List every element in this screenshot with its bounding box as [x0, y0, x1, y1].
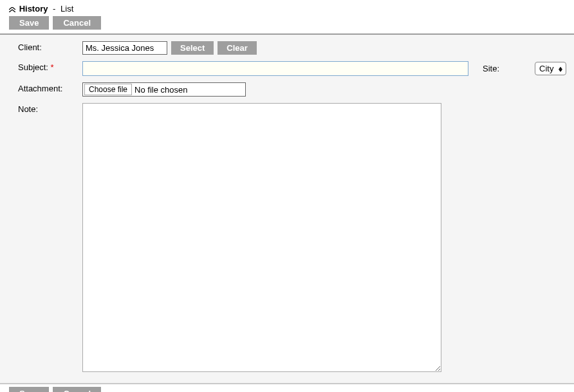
file-status-text: No file chosen: [134, 85, 187, 95]
required-mark: *: [51, 62, 54, 72]
client-label: Client:: [8, 41, 79, 52]
clear-button[interactable]: Clear: [218, 41, 257, 55]
site-select-wrap: City: [535, 62, 566, 75]
subject-label-text: Subject:: [18, 62, 48, 72]
site-select[interactable]: City: [535, 62, 566, 75]
form-area: Client: Select Clear Subject: * Site: Ci…: [0, 35, 574, 383]
note-textarea[interactable]: [82, 103, 441, 372]
breadcrumb-separator: -: [53, 4, 55, 14]
bottom-toolbar: Save Cancel: [0, 384, 574, 392]
save-button-bottom[interactable]: Save: [9, 387, 49, 392]
attachment-row: Choose file No file chosen: [82, 82, 566, 97]
subject-label: Subject: *: [8, 61, 79, 72]
cancel-button[interactable]: Cancel: [53, 16, 101, 30]
note-row: [82, 103, 566, 374]
note-label: Note:: [8, 103, 79, 114]
cancel-button-bottom[interactable]: Cancel: [53, 387, 101, 392]
save-button[interactable]: Save: [9, 16, 49, 30]
breadcrumb: History - List: [0, 0, 574, 16]
client-row: Select Clear: [82, 41, 566, 55]
site-label: Site:: [483, 64, 499, 73]
file-input[interactable]: Choose file No file chosen: [82, 82, 246, 97]
select-button[interactable]: Select: [171, 41, 214, 55]
subject-input[interactable]: [82, 61, 468, 76]
breadcrumb-list[interactable]: List: [60, 4, 73, 14]
breadcrumb-history[interactable]: History: [19, 4, 48, 14]
top-toolbar: Save Cancel: [0, 16, 574, 33]
collapse-icon[interactable]: [9, 6, 15, 14]
subject-row: Site: City: [82, 61, 566, 76]
attachment-label: Attachment:: [8, 82, 79, 93]
choose-file-button[interactable]: Choose file: [84, 84, 132, 95]
client-input[interactable]: [82, 41, 167, 55]
